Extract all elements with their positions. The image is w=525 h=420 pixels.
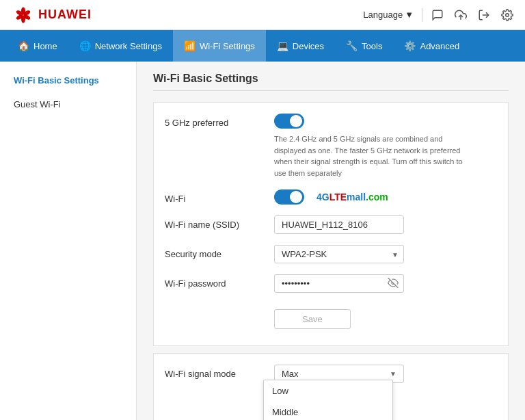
- watermark-lte: LTE: [329, 192, 347, 202]
- signal-section: Wi-Fi signal mode Max ▼ Low Middle Max: [153, 353, 509, 420]
- huawei-logo-icon: [11, 5, 36, 25]
- watermark-4g: 4G: [317, 192, 329, 202]
- nav-home[interactable]: 🏠 Home: [7, 30, 68, 62]
- wifi-label: Wi-Fi: [165, 189, 274, 204]
- wifi-name-control: [274, 215, 497, 234]
- content-area: Wi-Fi Basic Settings 5 GHz preferred The…: [137, 62, 525, 420]
- top-right: Language ▼: [363, 8, 514, 22]
- nav-bar: 🏠 Home 🌐 Network Settings 📶 Wi-Fi Settin…: [0, 30, 525, 62]
- message-icon[interactable]: [431, 8, 444, 22]
- language-arrow: ▼: [405, 10, 414, 20]
- nav-network[interactable]: 🌐 Network Settings: [68, 30, 173, 62]
- nav-home-label: Home: [33, 41, 57, 51]
- dropdown-option-low[interactable]: Low: [264, 380, 392, 402]
- svg-point-8: [506, 13, 509, 16]
- password-row: Wi-Fi password: [165, 274, 497, 293]
- devices-nav-icon: 💻: [277, 40, 288, 51]
- logo-area: HUAWEI: [11, 5, 92, 25]
- nav-network-label: Network Settings: [95, 41, 162, 51]
- wifi-control: 4GLTEmall.com: [274, 189, 497, 205]
- upload-icon[interactable]: [454, 8, 468, 22]
- watermark-mall: mall: [347, 192, 366, 202]
- wifi-toggle[interactable]: [274, 189, 304, 205]
- nav-advanced-label: Advanced: [420, 41, 459, 51]
- signal-mode-label: Wi-Fi signal mode: [165, 365, 274, 379]
- password-wrapper: [274, 274, 404, 293]
- save-button[interactable]: Save: [274, 309, 351, 329]
- watermark-com: .com: [366, 192, 388, 202]
- nav-tools-label: Tools: [362, 41, 382, 51]
- logo-text: HUAWEI: [38, 8, 92, 22]
- wifi-name-label: Wi-Fi name (SSID): [165, 215, 274, 230]
- top-bar: HUAWEI Language ▼: [0, 0, 525, 30]
- tools-nav-icon: 🔧: [346, 40, 358, 51]
- nav-wifi[interactable]: 📶 Wi-Fi Settings: [173, 30, 266, 62]
- nav-devices[interactable]: 💻 Devices: [266, 30, 335, 62]
- form-section-main: 5 GHz preferred The 2.4 GHz and 5 GHz si…: [153, 102, 509, 346]
- security-select-wrapper: WPA2-PSK WPA-PSK None ▼: [274, 245, 404, 263]
- home-nav-icon: 🏠: [18, 40, 29, 51]
- five-ghz-description: The 2.4 GHz and 5 GHz signals are combin…: [274, 133, 466, 179]
- five-ghz-label: 5 GHz preferred: [165, 114, 274, 128]
- five-ghz-row: 5 GHz preferred The 2.4 GHz and 5 GHz si…: [165, 114, 497, 179]
- language-button[interactable]: Language ▼: [363, 10, 414, 20]
- signal-dropdown-menu: Low Middle Max: [263, 380, 393, 420]
- wifi-name-input[interactable]: [274, 215, 404, 234]
- divider: [422, 8, 422, 22]
- signal-mode-value: Max: [282, 369, 390, 379]
- top-icons: [431, 8, 514, 22]
- password-label: Wi-Fi password: [165, 274, 274, 289]
- sidebar-wifi-basic-label: Wi-Fi Basic Settings: [14, 75, 99, 86]
- save-row: Save: [165, 304, 497, 329]
- nav-advanced[interactable]: ⚙️ Advanced: [393, 30, 470, 62]
- nav-tools[interactable]: 🔧 Tools: [335, 30, 393, 62]
- security-select[interactable]: WPA2-PSK WPA-PSK None: [274, 245, 404, 263]
- wifi-row: Wi-Fi 4GLTEmall.com: [165, 189, 497, 205]
- dropdown-option-middle[interactable]: Middle: [264, 402, 392, 420]
- watermark: 4GLTEmall.com: [317, 192, 388, 202]
- sidebar-item-wifi-basic[interactable]: Wi-Fi Basic Settings: [0, 68, 136, 92]
- nav-devices-label: Devices: [293, 41, 324, 51]
- eye-icon[interactable]: [388, 277, 399, 290]
- nav-wifi-label: Wi-Fi Settings: [200, 41, 255, 51]
- password-control: [274, 274, 497, 293]
- wifi-name-row: Wi-Fi name (SSID): [165, 215, 497, 234]
- five-ghz-control: The 2.4 GHz and 5 GHz signals are combin…: [274, 114, 497, 179]
- security-label: Security mode: [165, 245, 274, 259]
- language-label: Language: [363, 10, 403, 20]
- logout-icon[interactable]: [477, 8, 491, 22]
- huawei-logo: HUAWEI: [11, 5, 92, 25]
- signal-mode-arrow: ▼: [390, 370, 396, 378]
- sidebar-guest-wifi-label: Guest Wi-Fi: [14, 99, 61, 109]
- network-nav-icon: 🌐: [79, 40, 91, 51]
- sidebar-item-guest-wifi[interactable]: Guest Wi-Fi: [0, 92, 136, 116]
- security-control: WPA2-PSK WPA-PSK None ▼: [274, 245, 497, 263]
- advanced-nav-icon: ⚙️: [404, 40, 416, 51]
- security-row: Security mode WPA2-PSK WPA-PSK None ▼: [165, 245, 497, 263]
- five-ghz-toggle[interactable]: [274, 114, 304, 129]
- wifi-password-input[interactable]: [274, 274, 404, 293]
- wifi-nav-icon: 📶: [184, 40, 196, 51]
- settings-icon[interactable]: [500, 8, 514, 22]
- page-title: Wi-Fi Basic Settings: [153, 73, 509, 91]
- sidebar: Wi-Fi Basic Settings Guest Wi-Fi: [0, 62, 137, 420]
- main-container: Wi-Fi Basic Settings Guest Wi-Fi Wi-Fi B…: [0, 62, 525, 420]
